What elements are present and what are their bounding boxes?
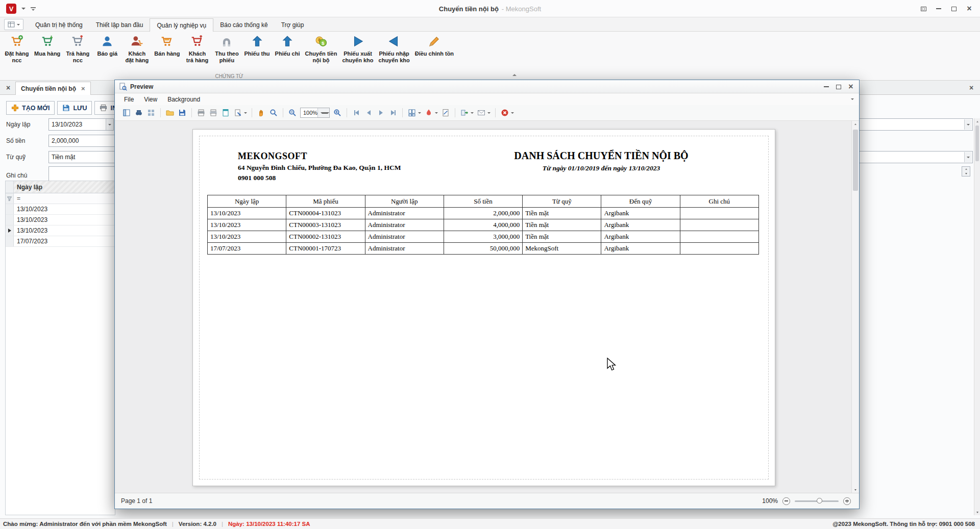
grid-filter-row[interactable]: = bbox=[6, 193, 115, 204]
dropdown-icon[interactable] bbox=[964, 152, 972, 162]
next-page-icon[interactable] bbox=[375, 107, 386, 118]
ribbon-tab-thiet-lap-ban-dau[interactable]: Thiết lập ban đầu bbox=[89, 18, 150, 31]
ribbon-button-dat-hang-ncc[interactable]: Đặt hàngncc bbox=[2, 32, 32, 64]
zoom-out-button[interactable] bbox=[782, 497, 790, 505]
ribbon-button-phieu-chi[interactable]: Phiếu chi bbox=[273, 32, 303, 57]
customize-quick-access-icon[interactable] bbox=[31, 7, 36, 11]
quick-access-dropdown-icon[interactable] bbox=[21, 8, 26, 10]
multi-page-icon[interactable] bbox=[406, 107, 418, 118]
preview-maximize-button[interactable] bbox=[832, 82, 845, 92]
preview-titlebar[interactable]: Preview × bbox=[115, 80, 859, 93]
preview-vertical-scrollbar[interactable] bbox=[851, 121, 859, 493]
zoom-in-button[interactable] bbox=[843, 497, 851, 505]
grid-header[interactable]: Ngày lập bbox=[6, 181, 115, 193]
ribbon-button-khach-dat-hang[interactable]: Kháchđặt hàng bbox=[122, 32, 152, 64]
ribbon-button-bao-gia[interactable]: Báo giá bbox=[92, 32, 122, 57]
tabbar-close-button[interactable]: × bbox=[3, 83, 13, 92]
preview-document-area[interactable]: MEKONGSOFT 64 Nguyễn Đình Chiểu, Phường … bbox=[115, 121, 859, 493]
ribbon-button-tra-hang-ncc[interactable]: Trả hàngncc bbox=[63, 32, 92, 64]
grid-row[interactable]: 13/10/2023 bbox=[6, 204, 115, 215]
scroll-up-icon[interactable] bbox=[974, 118, 980, 124]
preview-close-button[interactable]: × bbox=[845, 82, 857, 92]
fullscreen-button[interactable] bbox=[916, 2, 931, 15]
watermark-icon[interactable] bbox=[440, 107, 451, 118]
document-map-icon[interactable] bbox=[121, 107, 132, 118]
menu-file[interactable]: File bbox=[119, 94, 139, 105]
page-color-dropdown-icon[interactable] bbox=[435, 112, 438, 114]
hand-tool-icon[interactable] bbox=[256, 107, 267, 118]
ribbon-button-thu-theo-phieu[interactable]: Thu theophiếu bbox=[212, 32, 241, 64]
close-preview-dropdown-icon[interactable] bbox=[511, 112, 514, 114]
ngay-lap-input[interactable] bbox=[48, 118, 114, 131]
export-icon[interactable] bbox=[459, 107, 470, 118]
close-button[interactable]: × bbox=[962, 2, 977, 15]
grid-row-selected[interactable]: 13/10/2023 bbox=[6, 225, 115, 236]
scrollbar-thumb[interactable] bbox=[853, 130, 858, 191]
multi-page-dropdown-icon[interactable] bbox=[418, 112, 421, 114]
print-icon[interactable] bbox=[195, 107, 207, 118]
main-vertical-scrollbar[interactable] bbox=[974, 118, 980, 515]
prev-page-icon[interactable] bbox=[363, 107, 374, 118]
ribbon-tab-quan-ly-nghiep-vu[interactable]: Quản lý nghiệp vụ bbox=[150, 18, 213, 32]
tab-chuyen-tien-noi-bo[interactable]: Chuyển tiền nội bộ × bbox=[15, 82, 91, 95]
ribbon-tab-quan-tri-he-thong[interactable]: Quản trị hệ thống bbox=[29, 18, 89, 31]
spin-up-icon[interactable] bbox=[962, 167, 970, 171]
minimize-button[interactable] bbox=[931, 2, 946, 15]
ribbon-tab-tro-giup[interactable]: Trợ giúp bbox=[275, 18, 311, 31]
email-icon[interactable] bbox=[476, 107, 487, 118]
thumbnails-icon[interactable] bbox=[145, 107, 157, 118]
ribbon-button-chuyen-tien-noi-bo[interactable]: $ Chuyển tiềnnội bộ bbox=[302, 32, 339, 64]
ribbon-button-dieu-chinh-ton[interactable]: Điều chỉnh tồn bbox=[412, 32, 456, 57]
right-spinner-control[interactable] bbox=[962, 166, 970, 177]
menu-background[interactable]: Background bbox=[162, 94, 205, 105]
close-preview-icon[interactable] bbox=[499, 107, 510, 118]
spin-down-icon[interactable] bbox=[962, 171, 970, 176]
menu-view[interactable]: View bbox=[139, 94, 162, 105]
menu-overflow-icon[interactable] bbox=[851, 98, 854, 100]
ribbon-button-phieu-xuat-chuyen-kho[interactable]: Phiếu xuấtchuyển kho bbox=[339, 32, 376, 64]
grid-row[interactable]: 13/10/2023 bbox=[6, 215, 115, 225]
scale-icon[interactable] bbox=[232, 107, 243, 118]
tab-close-icon[interactable]: × bbox=[81, 85, 85, 92]
scroll-up-icon[interactable] bbox=[852, 121, 859, 127]
dropdown-icon[interactable] bbox=[964, 119, 972, 130]
page-setup-icon[interactable] bbox=[220, 107, 231, 118]
preview-minimize-button[interactable] bbox=[820, 82, 832, 92]
ribbon-button-phieu-thu[interactable]: Phiếu thu bbox=[241, 32, 272, 57]
zoom-dropdown-icon[interactable] bbox=[317, 108, 329, 117]
ribbon-collapse-icon[interactable] bbox=[510, 72, 519, 78]
magnifier-icon[interactable] bbox=[268, 107, 279, 118]
ribbon-tab-bao-cao-thong-ke[interactable]: Báo cáo thống kê bbox=[213, 18, 274, 31]
zoom-slider[interactable] bbox=[795, 500, 839, 502]
ribbon-button-phieu-nhap-chuyen-kho[interactable]: Phiếu nhậpchuyển kho bbox=[376, 32, 412, 64]
zoom-slider-thumb[interactable] bbox=[817, 498, 822, 503]
scale-dropdown-icon[interactable] bbox=[244, 112, 247, 114]
ngay-lap-dropdown-icon[interactable] bbox=[106, 119, 113, 130]
grid-column-header[interactable]: Ngày lập bbox=[14, 181, 115, 193]
ngay-lap-combo[interactable] bbox=[48, 118, 114, 131]
scroll-down-icon[interactable] bbox=[974, 509, 980, 515]
last-page-icon[interactable] bbox=[387, 107, 399, 118]
quick-print-icon[interactable] bbox=[208, 107, 219, 118]
page-color-icon[interactable] bbox=[423, 107, 434, 118]
scrollbar-thumb[interactable] bbox=[975, 125, 979, 161]
ribbon-button-khach-tra-hang[interactable]: Kháchtrả hàng bbox=[182, 32, 212, 64]
application-menu-button[interactable] bbox=[4, 19, 23, 30]
save-button[interactable]: LƯU bbox=[57, 101, 92, 115]
search-icon[interactable] bbox=[133, 107, 144, 118]
zoom-combo[interactable]: 100% bbox=[300, 108, 330, 118]
scroll-down-icon[interactable] bbox=[852, 487, 859, 493]
tabbar-right-close-icon[interactable]: × bbox=[967, 83, 976, 92]
create-button[interactable]: TẠO MỚI bbox=[6, 101, 55, 115]
zoom-in-icon[interactable] bbox=[332, 107, 343, 118]
app-logo[interactable]: V bbox=[6, 4, 16, 14]
save-icon[interactable] bbox=[177, 107, 188, 118]
grid-row[interactable]: 17/07/2023 bbox=[6, 236, 115, 247]
ribbon-button-mua-hang[interactable]: Mua hàng bbox=[32, 32, 63, 57]
maximize-button[interactable] bbox=[946, 2, 962, 15]
ribbon-button-ban-hang[interactable]: Bán hàng bbox=[152, 32, 182, 57]
zoom-out-icon[interactable] bbox=[287, 107, 298, 118]
open-icon[interactable] bbox=[164, 107, 176, 118]
email-dropdown-icon[interactable] bbox=[487, 112, 491, 114]
export-dropdown-icon[interactable] bbox=[471, 112, 474, 114]
